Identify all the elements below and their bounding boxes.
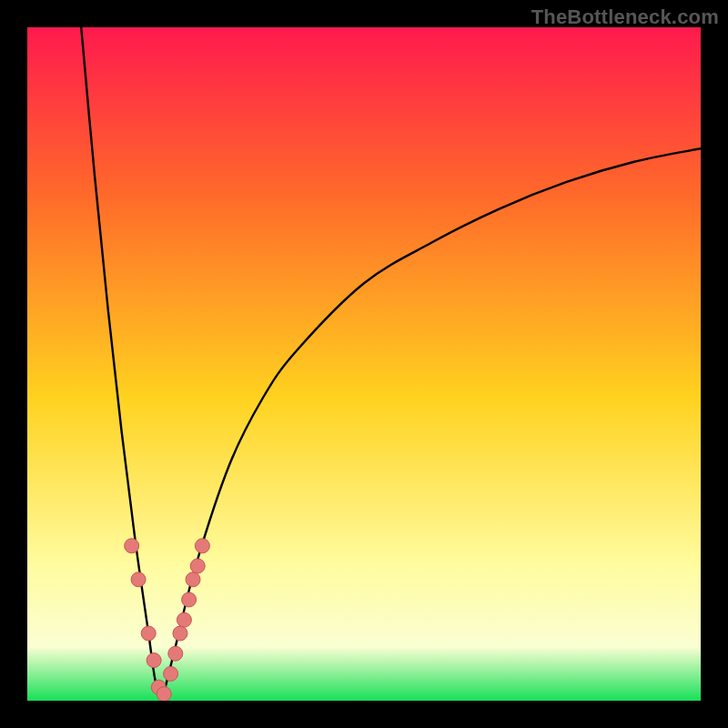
data-point	[190, 559, 205, 573]
data-point	[164, 666, 178, 681]
curve-left-branch	[81, 27, 162, 701]
data-point	[186, 572, 200, 587]
data-point	[168, 646, 183, 661]
data-point	[182, 592, 197, 607]
data-point	[177, 612, 191, 627]
data-point	[131, 572, 146, 587]
data-markers	[125, 539, 210, 701]
data-point	[147, 653, 161, 668]
watermark-text: TheBottleneck.com	[531, 5, 719, 29]
data-point	[125, 539, 139, 553]
data-point	[173, 626, 187, 641]
curve-right-branch	[162, 148, 701, 701]
data-point	[195, 539, 209, 553]
plot-area	[27, 27, 701, 701]
data-point	[141, 626, 156, 641]
data-point	[157, 687, 171, 701]
chart-frame: TheBottleneck.com	[0, 0, 728, 728]
chart-svg	[27, 27, 701, 701]
